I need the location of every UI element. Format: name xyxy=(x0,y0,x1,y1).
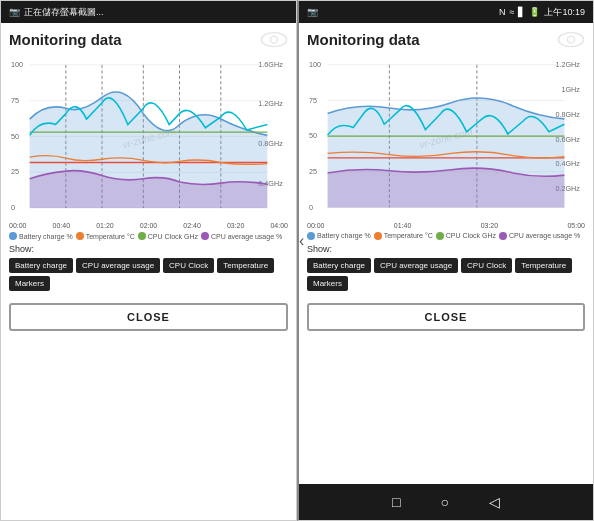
btn-battery-charge[interactable]: Battery charge xyxy=(9,258,73,273)
nfc-icon: N xyxy=(499,7,506,17)
r-legend-battery-dot xyxy=(307,232,315,240)
rx-label-1: 01:40 xyxy=(394,222,412,229)
right-status-left: 📷 xyxy=(307,7,318,17)
svg-text:75: 75 xyxy=(11,96,19,105)
btn-temperature[interactable]: Temperature xyxy=(217,258,274,273)
back-arrow-icon[interactable]: ‹ xyxy=(299,232,304,250)
svg-text:0: 0 xyxy=(11,203,15,212)
right-phone-panel: 📷 N ≈ ▋ 🔋 上午10:19 Monitoring data vr-zon… xyxy=(297,0,594,521)
svg-text:1GHz: 1GHz xyxy=(561,85,580,94)
left-status-left: 📷 正在儲存螢幕截圖... xyxy=(9,6,104,19)
r-legend-clock: CPU Clock GHz xyxy=(436,232,496,240)
svg-point-0 xyxy=(261,33,286,47)
legend-battery-label: Battery charge % xyxy=(19,233,73,240)
left-status-bar: 📷 正在儲存螢幕截圖... xyxy=(1,1,296,23)
rx-label-0: 00:00 xyxy=(307,222,325,229)
wifi-icon: ≈ xyxy=(510,7,515,17)
svg-point-1 xyxy=(271,36,278,43)
right-chart-wrapper: vr-zone.com 1.2GHz 1GHz 0.8GHz 0.6GHz 0.… xyxy=(307,54,585,222)
left-show-label: Show: xyxy=(9,244,288,254)
left-chart: 1.6GHz 1.2GHz 0.8GHz 0.4GHz 100 75 50 25… xyxy=(9,54,288,222)
r-legend-cpu: CPU average usage % xyxy=(499,232,580,240)
legend-cpu-label: CPU average usage % xyxy=(211,233,282,240)
svg-text:1.2GHz: 1.2GHz xyxy=(555,60,580,69)
left-show-buttons: Battery charge CPU average usage CPU Clo… xyxy=(9,258,288,291)
right-x-labels: 00:00 01:40 03:20 05:00 xyxy=(307,222,585,229)
right-status-bar: 📷 N ≈ ▋ 🔋 上午10:19 xyxy=(299,1,593,23)
svg-text:1.2GHz: 1.2GHz xyxy=(258,99,283,108)
x-label-4: 02:40 xyxy=(183,222,201,229)
btn-cpu-clock[interactable]: CPU Clock xyxy=(163,258,214,273)
right-status-right: N ≈ ▋ 🔋 上午10:19 xyxy=(499,6,585,19)
btn-markers[interactable]: Markers xyxy=(9,276,50,291)
nav-back-icon[interactable]: ◁ xyxy=(489,494,500,510)
svg-text:25: 25 xyxy=(11,167,19,176)
left-header-row: Monitoring data xyxy=(9,31,288,54)
right-time: 上午10:19 xyxy=(544,6,585,19)
left-close-button[interactable]: CLOSE xyxy=(9,303,288,331)
svg-text:100: 100 xyxy=(309,60,321,69)
r-legend-temp: Temperature °C xyxy=(374,232,433,240)
r-btn-cpu-clock[interactable]: CPU Clock xyxy=(461,258,512,273)
r-legend-clock-dot xyxy=(436,232,444,240)
signal-icon: ▋ xyxy=(518,7,525,17)
x-label-5: 03:20 xyxy=(227,222,245,229)
legend-temp-label: Temperature °C xyxy=(86,233,135,240)
svg-text:0.8GHz: 0.8GHz xyxy=(555,110,580,119)
r-legend-cpu-label: CPU average usage % xyxy=(509,232,580,239)
left-content: Monitoring data vr-zone.com 1.6GHz 1.2GH… xyxy=(1,23,296,520)
svg-text:50: 50 xyxy=(309,131,317,140)
svg-text:75: 75 xyxy=(309,95,317,104)
r-legend-temp-dot xyxy=(374,232,382,240)
svg-text:50: 50 xyxy=(11,131,19,140)
legend-clock-dot xyxy=(138,232,146,240)
x-label-2: 01:20 xyxy=(96,222,114,229)
x-label-0: 00:00 xyxy=(9,222,27,229)
right-header-row: Monitoring data xyxy=(307,31,585,54)
btn-cpu-avg[interactable]: CPU average usage xyxy=(76,258,160,273)
legend-cpu: CPU average usage % xyxy=(201,232,282,240)
left-legend: Battery charge % Temperature °C CPU Cloc… xyxy=(9,232,288,240)
right-monitoring-title: Monitoring data xyxy=(307,31,420,48)
right-content: Monitoring data vr-zone.com 1.2GHz 1GHz … xyxy=(299,23,593,484)
legend-temp: Temperature °C xyxy=(76,232,135,240)
r-legend-clock-label: CPU Clock GHz xyxy=(446,232,496,239)
legend-temp-dot xyxy=(76,232,84,240)
svg-text:25: 25 xyxy=(309,167,317,176)
left-eye-icon xyxy=(260,31,288,49)
legend-cpu-dot xyxy=(201,232,209,240)
x-label-1: 00:40 xyxy=(53,222,71,229)
right-bottom-nav: □ ○ ◁ xyxy=(299,484,593,520)
nav-circle-icon[interactable]: ○ xyxy=(441,494,449,510)
left-chart-wrapper: vr-zone.com 1.6GHz 1.2GHz 0.8GHz 0.4GHz … xyxy=(9,54,288,222)
nav-square-icon[interactable]: □ xyxy=(392,494,400,510)
left-phone-panel: 📷 正在儲存螢幕截圖... Monitoring data vr-zone.co… xyxy=(0,0,297,521)
battery-icon: 🔋 xyxy=(529,7,540,17)
left-x-labels: 00:00 00:40 01:20 02:00 02:40 03:20 04:0… xyxy=(9,222,288,229)
r-legend-battery: Battery charge % xyxy=(307,232,371,240)
left-monitoring-title: Monitoring data xyxy=(9,31,122,48)
rx-label-3: 05:00 xyxy=(567,222,585,229)
r-btn-markers[interactable]: Markers xyxy=(307,276,348,291)
camera-icon: 📷 xyxy=(9,7,20,17)
r-btn-battery-charge[interactable]: Battery charge xyxy=(307,258,371,273)
r-legend-cpu-dot xyxy=(499,232,507,240)
svg-point-23 xyxy=(558,33,583,47)
right-chart: 1.2GHz 1GHz 0.8GHz 0.6GHz 0.4GHz 0.2GHz … xyxy=(307,54,585,222)
rx-label-2: 03:20 xyxy=(481,222,499,229)
legend-clock-label: CPU Clock GHz xyxy=(148,233,198,240)
right-eye-icon xyxy=(557,31,585,49)
legend-clock: CPU Clock GHz xyxy=(138,232,198,240)
svg-text:0: 0 xyxy=(309,203,313,212)
svg-point-24 xyxy=(568,36,575,43)
legend-battery-dot xyxy=(9,232,17,240)
right-show-buttons: Battery charge CPU average usage CPU Clo… xyxy=(307,258,585,291)
right-close-button[interactable]: CLOSE xyxy=(307,303,585,331)
r-btn-cpu-avg[interactable]: CPU average usage xyxy=(374,258,458,273)
svg-text:1.6GHz: 1.6GHz xyxy=(258,60,283,69)
legend-battery: Battery charge % xyxy=(9,232,73,240)
r-btn-temperature[interactable]: Temperature xyxy=(515,258,572,273)
r-legend-battery-label: Battery charge % xyxy=(317,232,371,239)
right-show-label: Show: xyxy=(307,244,585,254)
left-status-text: 正在儲存螢幕截圖... xyxy=(24,6,104,19)
